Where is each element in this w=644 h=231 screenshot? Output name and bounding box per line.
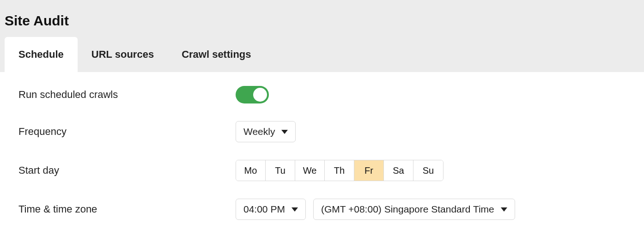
tabs-bar: Schedule URL sources Crawl settings [0,37,644,72]
day-th[interactable]: Th [325,160,354,181]
caret-down-icon [501,207,507,212]
select-timezone[interactable]: (GMT +08:00) Singapore Standard Time [313,199,515,220]
toggle-run-scheduled[interactable] [236,86,269,103]
day-we[interactable]: We [295,160,325,181]
label-start-day: Start day [18,164,236,176]
page-title: Site Audit [0,0,644,37]
select-time[interactable]: 04:00 PM [236,199,306,220]
select-frequency[interactable]: Weekly [236,121,296,142]
select-time-value: 04:00 PM [243,204,285,215]
day-tu[interactable]: Tu [266,160,295,181]
day-mo[interactable]: Mo [236,160,266,181]
tab-schedule[interactable]: Schedule [5,37,78,72]
select-frequency-value: Weekly [243,126,275,137]
tab-url-sources[interactable]: URL sources [78,37,168,72]
caret-down-icon [292,207,298,212]
caret-down-icon [281,130,288,134]
select-timezone-value: (GMT +08:00) Singapore Standard Time [321,204,494,215]
label-run-scheduled: Run scheduled crawls [18,89,236,101]
toggle-knob [253,88,267,102]
label-frequency: Frequency [18,126,236,138]
tab-crawl-settings[interactable]: Crawl settings [168,37,265,72]
day-group: Mo Tu We Th Fr Sa Su [236,160,444,181]
label-time-zone: Time & time zone [18,203,236,215]
day-fr[interactable]: Fr [354,160,384,181]
panel-schedule: Run scheduled crawls Frequency Weekly St… [0,72,644,231]
day-su[interactable]: Su [413,160,443,181]
day-sa[interactable]: Sa [384,160,413,181]
